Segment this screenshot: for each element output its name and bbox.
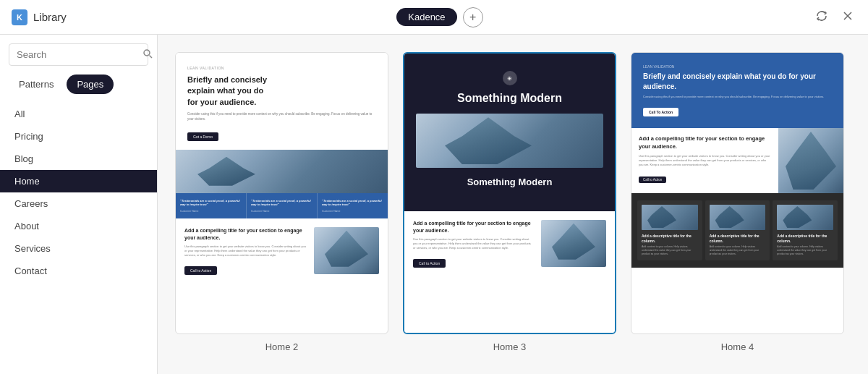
- template-card-home3[interactable]: ⊕ Something Modern Something Modern Add …: [403, 52, 616, 352]
- p3-hero-cta: Call To Action: [643, 108, 678, 116]
- p3-footer-card-2: Add a descriptive title for the column. …: [705, 200, 770, 260]
- template-card-home4[interactable]: LEAN VALIDATION Briefly and concisely ex…: [631, 52, 844, 352]
- p3-mid: Add a compelling title for your section …: [631, 128, 843, 193]
- templates-grid: LEAN VALIDATION Briefly and concisely ex…: [158, 35, 868, 374]
- p3-mid-desc: Use this paragraph section to get your w…: [639, 154, 771, 167]
- page-title: Library: [33, 11, 67, 23]
- p3-footer-card-3: Add a descriptive title for the column. …: [773, 200, 838, 260]
- p1-hero-tag: LEAN VALIDATION: [187, 66, 376, 70]
- template-label-home2: Home 2: [265, 341, 299, 352]
- p1-testimonial-3: "Testimonials are a social proof, a powe…: [318, 193, 388, 218]
- header-center: Kadence +: [396, 7, 482, 27]
- p1-test-author-3: Customer Name: [322, 210, 383, 213]
- tab-row: Patterns Pages: [9, 75, 148, 94]
- sidebar-item-about[interactable]: About: [0, 215, 157, 237]
- p1-test-text-1: "Testimonials are a social proof, a powe…: [180, 199, 242, 207]
- p1-section: Add a compelling title for your section …: [176, 218, 388, 284]
- add-button[interactable]: +: [463, 7, 483, 27]
- p3-mid-image: [778, 128, 843, 193]
- sidebar-item-careers[interactable]: Careers: [0, 192, 157, 215]
- preview1: LEAN VALIDATION Briefly and concisely ex…: [176, 53, 388, 284]
- p3-footer-card-desc-3: Add content to your column. Help visitor…: [777, 245, 833, 256]
- p3-footer: Add a descriptive title for the column. …: [631, 193, 843, 268]
- p3-footer-card-image-1: [642, 205, 698, 230]
- p3-footer-card-title-2: Add a descriptive title for the column.: [710, 234, 766, 243]
- sidebar-item-contact[interactable]: Contact: [0, 260, 157, 282]
- p2-dark-subtitle: Something Modern: [416, 177, 603, 188]
- p3-footer-card-desc-1: Add content to your column. Help visitor…: [642, 245, 698, 256]
- p2-dark-hero: ⊕ Something Modern Something Modern: [404, 54, 615, 211]
- p2-section-title: Add a compelling title for your section …: [413, 220, 534, 234]
- p2-dark-title: Something Modern: [416, 91, 603, 105]
- p3-mid-text: Add a compelling title for your section …: [631, 128, 778, 193]
- p1-section-cta: Call to Action: [184, 266, 217, 275]
- svg-line-3: [150, 56, 153, 59]
- app-logo: K: [12, 9, 27, 25]
- p2-section-text: Add a compelling title for your section …: [413, 220, 534, 324]
- p3-hero-tag: LEAN VALIDATION: [643, 64, 832, 69]
- preview2: ⊕ Something Modern Something Modern Add …: [404, 54, 615, 333]
- p1-section-image: [314, 227, 379, 274]
- p1-test-text-3: "Testimonials are a social proof, a powe…: [322, 199, 383, 207]
- kadence-badge[interactable]: Kadence: [396, 8, 456, 26]
- p1-section-desc: Use this paragraph section to get your w…: [184, 245, 307, 258]
- p3-footer-card-image-2: [710, 205, 766, 230]
- template-card-home2[interactable]: LEAN VALIDATION Briefly and concisely ex…: [175, 52, 388, 352]
- template-label-home4: Home 4: [721, 341, 754, 352]
- p1-testimonial-2: "Testimonials are a social proof, a powe…: [247, 193, 318, 218]
- p2-section-cta: Call to Action: [413, 259, 446, 268]
- header-left: K Library: [12, 9, 67, 25]
- p1-testimonials: "Testimonials are a social proof, a powe…: [176, 193, 388, 218]
- p3-footer-card-image-3: [777, 205, 833, 230]
- p1-hero-title: Briefly and concisely explain what you d…: [187, 75, 274, 108]
- p1-testimonial-1: "Testimonials are a social proof, a powe…: [176, 193, 247, 218]
- template-label-home3: Home 3: [493, 341, 527, 352]
- search-box: [9, 43, 148, 66]
- p1-hero-image: [176, 150, 388, 193]
- p2-section-image: [541, 220, 606, 267]
- sync-button[interactable]: [813, 7, 830, 27]
- p3-hero: LEAN VALIDATION Briefly and concisely ex…: [631, 53, 843, 128]
- template-preview-home4: LEAN VALIDATION Briefly and concisely ex…: [631, 52, 844, 334]
- p3-hero-title: Briefly and concisely explain what you d…: [643, 72, 832, 92]
- template-preview-home3: ⊕ Something Modern Something Modern Add …: [403, 52, 616, 334]
- header-right: [813, 7, 856, 27]
- p1-hero-text: Consider using this if you need to provi…: [187, 112, 376, 122]
- sidebar-item-all[interactable]: All: [0, 103, 157, 125]
- tab-patterns[interactable]: Patterns: [9, 75, 64, 94]
- search-icon-button[interactable]: [142, 48, 153, 61]
- p3-mid-cta: Call to Action: [639, 177, 666, 183]
- p3-mid-title: Add a compelling title for your section …: [639, 135, 771, 150]
- p3-footer-card-title-1: Add a descriptive title for the column.: [642, 234, 698, 243]
- p1-hero: LEAN VALIDATION Briefly and concisely ex…: [176, 53, 388, 150]
- tab-pages[interactable]: Pages: [67, 75, 114, 94]
- p2-dark-badge: ⊕: [503, 71, 517, 85]
- search-input[interactable]: [17, 49, 138, 60]
- sidebar: Patterns Pages All Pricing Blog Home Car…: [0, 35, 158, 374]
- p2-section: Add a compelling title for your section …: [404, 211, 615, 333]
- p3-footer-card-1: Add a descriptive title for the column. …: [637, 200, 702, 260]
- p1-cta: Get a Demo: [187, 132, 218, 141]
- close-button[interactable]: [839, 7, 856, 27]
- sidebar-item-home[interactable]: Home: [0, 170, 157, 192]
- p3-footer-card-title-3: Add a descriptive title for the column.: [777, 234, 833, 243]
- p2-dark-image: [416, 114, 603, 168]
- p1-test-author-1: Customer Name: [180, 210, 242, 213]
- sidebar-item-services[interactable]: Services: [0, 237, 157, 260]
- sidebar-item-blog[interactable]: Blog: [0, 148, 157, 170]
- preview3: LEAN VALIDATION Briefly and concisely ex…: [631, 53, 843, 268]
- p3-footer-card-desc-2: Add content to your column. Help visitor…: [710, 245, 766, 256]
- p1-section-title: Add a compelling title for your section …: [184, 227, 307, 242]
- svg-point-2: [144, 50, 150, 56]
- p2-section-desc: Use this paragraph section to get your w…: [413, 237, 534, 250]
- p1-test-author-2: Customer Name: [251, 210, 312, 213]
- p3-hero-sub: Consider using this if you need to provi…: [643, 95, 832, 99]
- main-layout: Patterns Pages All Pricing Blog Home Car…: [0, 35, 868, 374]
- sidebar-item-pricing[interactable]: Pricing: [0, 125, 157, 148]
- template-preview-home2: LEAN VALIDATION Briefly and concisely ex…: [175, 52, 388, 334]
- p1-section-text: Add a compelling title for your section …: [184, 227, 307, 276]
- header: K Library Kadence +: [0, 0, 868, 35]
- p1-test-text-2: "Testimonials are a social proof, a powe…: [251, 199, 312, 207]
